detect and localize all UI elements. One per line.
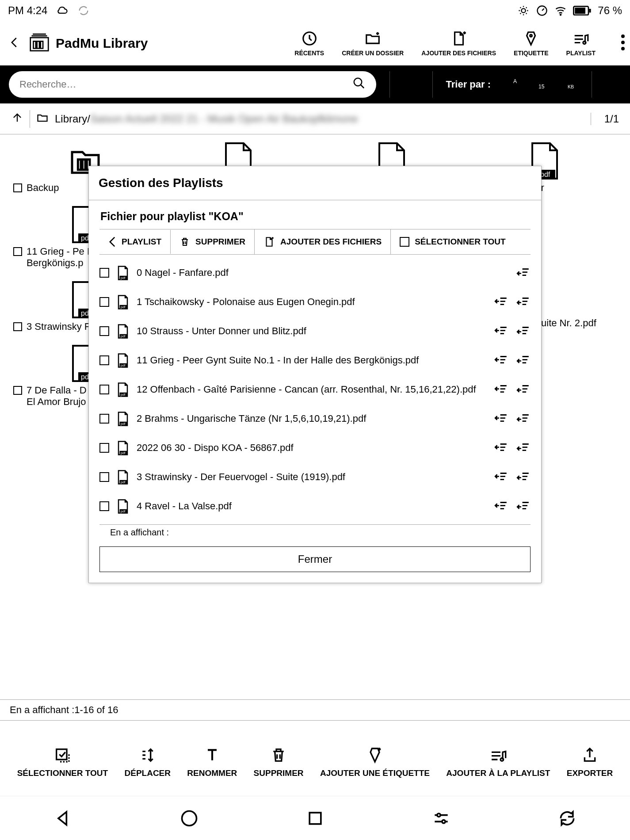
- file-name: 4 Ravel - La Valse.pdf: [137, 500, 486, 512]
- nav-settings-icon[interactable]: [431, 809, 451, 828]
- file-name: 0 Nagel - Fanfare.pdf: [137, 267, 486, 279]
- recents-button[interactable]: RÉCENTS: [294, 30, 324, 57]
- system-nav-bar: [0, 796, 630, 840]
- row-checkbox[interactable]: [99, 443, 109, 453]
- displaying-count: En a affichant :1-16 of 16: [0, 699, 630, 721]
- up-button[interactable]: [11, 111, 23, 126]
- svg-point-0: [522, 8, 526, 12]
- row-checkbox[interactable]: [99, 472, 109, 482]
- view-mode-icon[interactable]: [605, 76, 621, 92]
- row-checkbox[interactable]: [99, 414, 109, 424]
- create-folder-button[interactable]: CRÉER UN DOSSIER: [342, 30, 404, 57]
- nav-recent-icon[interactable]: [305, 809, 325, 828]
- move-down-icon[interactable]: [515, 382, 531, 397]
- svg-text:pdf: pdf: [121, 422, 126, 426]
- select-all-toolbar-button[interactable]: SÉLECTIONNER TOUT: [17, 746, 108, 778]
- pdf-file-icon: pdf: [116, 294, 130, 309]
- overflow-menu-button[interactable]: [621, 30, 625, 50]
- move-icon: [139, 746, 157, 764]
- search-input[interactable]: [19, 79, 352, 90]
- playlist-back-button[interactable]: PLAYLIST: [99, 230, 171, 254]
- modal-displaying-text: En a affichant :: [99, 524, 531, 540]
- row-checkbox[interactable]: [99, 268, 109, 278]
- add-to-playlist-button[interactable]: AJOUTER À LA PLAYLIST: [446, 746, 550, 778]
- playlist-row[interactable]: pdf10 Strauss - Unter Donner und Blitz.p…: [89, 317, 541, 346]
- nav-home-icon[interactable]: [179, 809, 199, 828]
- tag-search-icon[interactable]: [403, 76, 419, 92]
- svg-text:pdf: pdf: [121, 363, 126, 367]
- search-box[interactable]: [9, 71, 376, 98]
- move-button[interactable]: DÉPLACER: [124, 746, 171, 778]
- svg-rect-48: [57, 749, 67, 760]
- playlist-row[interactable]: pdf1 Tschaikowsky - Polonaise aus Eugen …: [89, 287, 541, 317]
- playlist-row[interactable]: pdf0 Nagel - Fanfare.pdf: [89, 258, 541, 287]
- move-up-icon[interactable]: [493, 470, 508, 485]
- move-down-icon[interactable]: [515, 265, 531, 280]
- row-checkbox[interactable]: [99, 297, 109, 307]
- search-icon[interactable]: [352, 76, 366, 92]
- back-button[interactable]: [8, 36, 21, 51]
- svg-text:pdf: pdf: [121, 305, 126, 309]
- move-up-icon[interactable]: [493, 382, 508, 397]
- select-all-icon: [53, 746, 71, 764]
- move-up-icon[interactable]: [493, 294, 508, 309]
- move-up-icon[interactable]: [493, 499, 508, 514]
- svg-rect-51: [309, 813, 321, 824]
- svg-text:pdf: pdf: [121, 509, 126, 513]
- playlist-modal: Gestion des Playlists Fichier pour playl…: [88, 166, 542, 583]
- move-down-icon[interactable]: [515, 353, 531, 368]
- playlist-row[interactable]: pdf2 Brahms - Ungarische Tänze (Nr 1,5,6…: [89, 404, 541, 433]
- move-up-icon[interactable]: [493, 353, 508, 368]
- move-up-icon[interactable]: [493, 440, 508, 455]
- svg-text:A: A: [513, 78, 517, 84]
- add-files-button[interactable]: AJOUTER DES FICHIERS: [421, 30, 496, 57]
- playlist-row[interactable]: pdf12 Offenbach - Gaîté Parisienne - Can…: [89, 375, 541, 404]
- delete-toolbar-button[interactable]: SUPPRIMER: [254, 746, 304, 778]
- sort-alpha-icon[interactable]: A: [504, 76, 520, 92]
- add-label-button[interactable]: AJOUTER UNE ÉTIQUETTE: [320, 746, 430, 778]
- file-name: 12 Offenbach - Gaîté Parisienne - Cancan…: [137, 384, 486, 395]
- close-button[interactable]: Fermer: [99, 546, 531, 572]
- row-checkbox[interactable]: [99, 355, 109, 365]
- add-files-modal-button[interactable]: AJOUTER DES FICHIERS: [255, 229, 391, 254]
- move-down-icon[interactable]: [515, 294, 531, 309]
- file-name: 10 Strauss - Unter Donner und Blitz.pdf: [137, 325, 486, 337]
- nav-back-icon[interactable]: [53, 809, 73, 828]
- move-down-icon[interactable]: [515, 470, 531, 485]
- move-up-icon[interactable]: [493, 411, 508, 426]
- move-down-icon[interactable]: [515, 499, 531, 514]
- move-down-icon[interactable]: [515, 411, 531, 426]
- playlist-button[interactable]: PLAYLIST: [566, 30, 596, 57]
- bottom-toolbar: SÉLECTIONNER TOUT DÉPLACER RENOMMER SUPP…: [0, 737, 630, 787]
- row-checkbox[interactable]: [99, 501, 109, 511]
- sort-size-icon[interactable]: KB: [562, 76, 578, 92]
- playlist-row[interactable]: pdf2022 06 30 - Dispo KOA - 56867.pdf: [89, 433, 541, 462]
- add-tag-icon: [366, 746, 384, 764]
- row-checkbox[interactable]: [99, 385, 109, 394]
- playlist-row[interactable]: pdf4 Ravel - La Valse.pdf: [89, 492, 541, 521]
- file-name: 11 Grieg - Peer Gynt Suite No.1 - In der…: [137, 355, 486, 366]
- rename-button[interactable]: RENOMMER: [187, 746, 237, 778]
- svg-text:pdf: pdf: [121, 451, 126, 455]
- playlist-icon: [573, 30, 589, 47]
- breadcrumb-prefix: Library/: [55, 113, 90, 125]
- playlist-row[interactable]: pdf11 Grieg - Peer Gynt Suite No.1 - In …: [89, 346, 541, 375]
- delete-button[interactable]: SUPPRIMER: [171, 229, 255, 254]
- export-button[interactable]: EXPORTER: [567, 746, 613, 778]
- speed-icon: [536, 4, 548, 17]
- row-checkbox[interactable]: [99, 326, 109, 336]
- move-down-icon[interactable]: [515, 440, 531, 455]
- svg-text:15: 15: [538, 84, 545, 90]
- folder-plus-icon: [364, 30, 381, 47]
- file-name: 2 Brahms - Ungarische Tänze (Nr 1,5,6,10…: [137, 413, 486, 424]
- svg-text:KB: KB: [568, 84, 574, 89]
- label-button[interactable]: ETIQUETTE: [514, 30, 549, 57]
- brightness-icon: [517, 4, 530, 17]
- select-all-button[interactable]: SÉLECTIONNER TOUT: [391, 231, 515, 253]
- library-icon: [27, 31, 51, 56]
- sort-date-icon[interactable]: 15: [533, 76, 549, 92]
- playlist-row[interactable]: pdf3 Strawinsky - Der Feuervogel - Suite…: [89, 462, 541, 492]
- move-down-icon[interactable]: [515, 324, 531, 339]
- move-up-icon[interactable]: [493, 324, 508, 339]
- nav-refresh-icon[interactable]: [557, 809, 577, 828]
